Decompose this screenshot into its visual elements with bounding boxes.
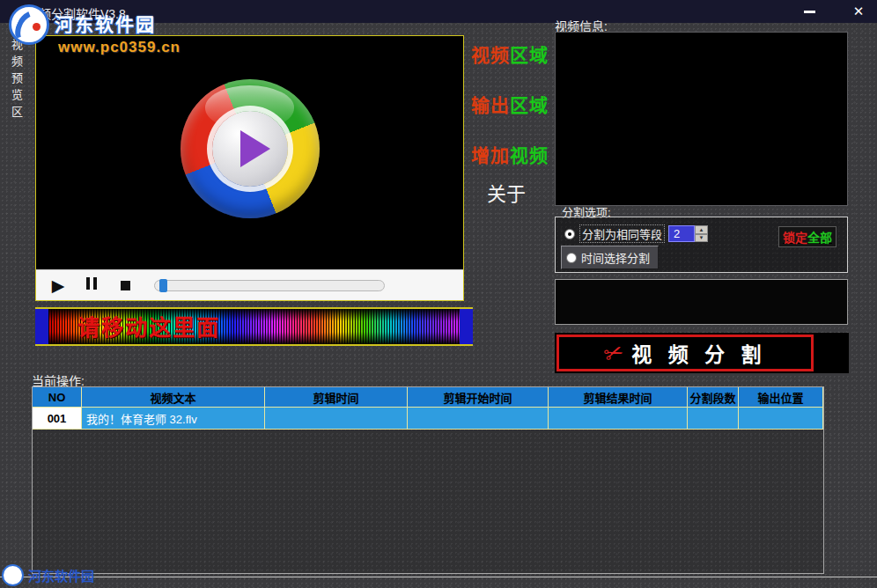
- nav-output-area-part2: 区域: [510, 95, 549, 115]
- window-bottom-divider: [0, 577, 877, 577]
- nav-video-area-part1: 视频: [471, 45, 510, 65]
- video-screen: [36, 36, 463, 269]
- col-header-start-time[interactable]: 剪辑开始时间: [408, 387, 549, 408]
- stop-button[interactable]: [114, 274, 136, 297]
- watermark-logo-icon: [9, 4, 49, 45]
- scissors-icon: ✂: [601, 339, 626, 367]
- waveform-right-cap: [460, 309, 473, 344]
- spin-down-button[interactable]: ▼: [695, 234, 708, 243]
- video-split-button[interactable]: ✂ 视 频 分 割: [556, 334, 814, 371]
- radio-equal-segments-label: 分割为相同等段: [579, 224, 665, 243]
- status-message-box: [555, 279, 848, 325]
- col-header-result-time[interactable]: 剪辑结果时间: [549, 387, 688, 408]
- cell-result-time: [549, 408, 688, 430]
- radio-time-select[interactable]: 时间选择分割: [561, 246, 659, 269]
- nav-output-area-part1: 输出: [471, 95, 510, 115]
- cell-video-text: 我的！体育老师 32.flv: [82, 408, 265, 430]
- col-header-clip-time[interactable]: 剪辑时间: [265, 387, 408, 408]
- about-link[interactable]: 关于: [487, 178, 526, 206]
- nav-add-video-part2: 视频: [510, 145, 549, 165]
- audio-waveform-display[interactable]: 请移动这里面: [35, 307, 473, 346]
- pause-icon: [85, 277, 99, 293]
- watermark-bottom: 河东软件园: [2, 564, 94, 586]
- col-header-no[interactable]: NO: [33, 387, 82, 408]
- cell-no: 001: [33, 408, 82, 430]
- lock-all-part1: 锁定: [783, 231, 807, 245]
- lock-all-button[interactable]: 锁定全部: [778, 226, 836, 247]
- seek-slider-thumb[interactable]: [159, 279, 167, 292]
- seek-slider[interactable]: [154, 280, 385, 291]
- table-row[interactable]: 001 我的！体育老师 32.flv: [33, 408, 823, 430]
- player-controls: ▶: [36, 269, 463, 300]
- nav-add-video[interactable]: 增加视频: [471, 141, 549, 167]
- nav-video-area[interactable]: 视频区域: [471, 40, 549, 67]
- cell-output: [739, 408, 823, 430]
- radio-unselected-icon[interactable]: [566, 253, 577, 263]
- waveform-left-cap: [35, 309, 48, 344]
- segments-stepper[interactable]: 2 ▲ ▼: [668, 225, 708, 242]
- nav-add-video-part1: 增加: [471, 145, 510, 165]
- nav-output-area[interactable]: 输出区域: [471, 91, 549, 117]
- split-button-row: ✂ 视 频 分 割: [555, 333, 849, 373]
- logo-inner-circle: [212, 111, 288, 187]
- watermark-site-url: www.pc0359.cn: [58, 39, 181, 56]
- nav-video-area-part2: 区域: [510, 45, 549, 65]
- video-info-box: [555, 32, 848, 206]
- minimize-button[interactable]: [798, 3, 821, 20]
- video-player-frame: ▶: [35, 35, 464, 301]
- operation-table: NO 视频文本 剪辑时间 剪辑开始时间 剪辑结果时间 分割段数 输出位置 001…: [32, 386, 824, 574]
- close-button[interactable]: ✕: [847, 3, 870, 20]
- split-options-group: 分割为相同等段 2 ▲ ▼ 锁定全部 时间选择分割: [555, 217, 848, 273]
- cell-clip-time: [265, 408, 408, 430]
- segments-spin-buttons: ▲ ▼: [695, 225, 708, 242]
- minimize-icon: [804, 11, 815, 13]
- radio-equal-segments[interactable]: 分割为相同等段: [564, 224, 665, 243]
- col-header-output[interactable]: 输出位置: [739, 387, 823, 408]
- segments-value-input[interactable]: 2: [668, 225, 695, 242]
- video-preview-rail-label: 视频预览区: [8, 39, 25, 122]
- media-player-logo-icon: [181, 79, 320, 218]
- spin-up-button[interactable]: ▲: [695, 225, 708, 234]
- app-window: 视频分割软件V3.8 ✕ 视频预览区 ▶: [0, 0, 877, 588]
- cell-segments: [688, 408, 739, 430]
- watermark-logo-small-icon: [2, 564, 24, 586]
- col-header-video-text[interactable]: 视频文本: [82, 387, 265, 408]
- col-header-segments[interactable]: 分割段数: [688, 387, 739, 408]
- table-header-row: NO 视频文本 剪辑时间 剪辑开始时间 剪辑结果时间 分割段数 输出位置: [33, 387, 823, 408]
- radio-selected-icon[interactable]: [564, 229, 575, 239]
- watermark-bottom-site-name: 河东软件园: [28, 566, 94, 584]
- waveform-overlay-text: 请移动这里面: [77, 310, 220, 342]
- play-icon: ▶: [52, 277, 65, 294]
- play-button[interactable]: ▶: [47, 274, 70, 297]
- logo-play-icon: [240, 130, 270, 167]
- cell-start-time: [408, 408, 549, 430]
- radio-time-select-label: 时间选择分割: [581, 249, 650, 266]
- video-split-button-label: 视 频 分 割: [631, 338, 766, 368]
- lock-all-part2: 全部: [807, 231, 832, 245]
- stop-icon: [121, 281, 130, 290]
- pause-button[interactable]: [80, 274, 103, 297]
